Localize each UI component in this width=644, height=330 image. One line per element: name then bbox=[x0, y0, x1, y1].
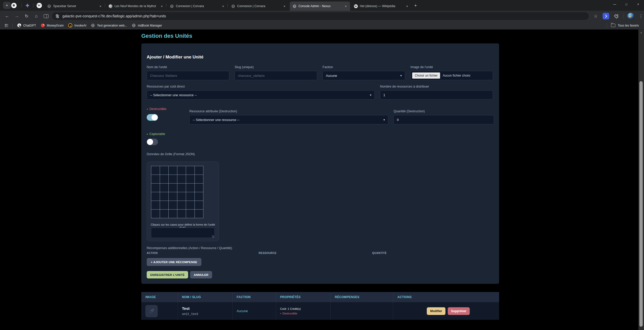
minimize-button[interactable]: — bbox=[609, 0, 620, 9]
site-settings-icon[interactable] bbox=[56, 14, 60, 18]
maximize-button[interactable]: □ bbox=[620, 0, 632, 9]
grid-cell[interactable] bbox=[195, 192, 203, 201]
scrollbar-thumb[interactable] bbox=[639, 81, 643, 327]
pinned-tab-chatgpt[interactable] bbox=[11, 3, 17, 8]
grid-cell[interactable] bbox=[160, 201, 168, 209]
grid-cell[interactable] bbox=[186, 210, 194, 218]
apps-grid-icon[interactable] bbox=[5, 24, 8, 27]
close-icon[interactable]: × bbox=[159, 4, 164, 8]
grid-cell[interactable] bbox=[151, 175, 160, 183]
grid-cell[interactable] bbox=[186, 192, 194, 201]
bookmark-moneygram[interactable]: MoneyGram bbox=[41, 23, 64, 28]
capturable-toggle[interactable] bbox=[147, 139, 158, 145]
close-icon[interactable]: × bbox=[343, 4, 348, 8]
extension-icon[interactable] bbox=[603, 13, 609, 19]
choose-file-button[interactable]: Choisir un fichier bbox=[412, 72, 440, 79]
grid-cell[interactable] bbox=[160, 210, 168, 218]
grid-cell[interactable] bbox=[151, 192, 160, 201]
forward-icon[interactable]: → bbox=[13, 12, 21, 20]
all-bookmarks-button[interactable]: Tous les favoris bbox=[607, 23, 639, 28]
bookmark-text-generation[interactable]: Text generation web... bbox=[91, 23, 127, 28]
grid-cell[interactable] bbox=[186, 175, 194, 183]
destructible-toggle[interactable] bbox=[147, 114, 158, 121]
url-text[interactable]: galactic-pve-conquest-c7fe.dev.flatlogic… bbox=[62, 14, 166, 18]
grid-cell[interactable] bbox=[169, 166, 177, 175]
close-icon[interactable]: × bbox=[282, 4, 287, 8]
tab-connexion-corvara-2[interactable]: Connexion | Corvara × bbox=[228, 2, 289, 11]
scroll-up-icon[interactable]: ▲ bbox=[638, 30, 644, 34]
tab-search-button[interactable]: ▾ bbox=[3, 2, 11, 9]
tab-les-neuf-mondes[interactable]: Les Neuf Mondes de la Mythol × bbox=[106, 2, 166, 11]
tab-hel-wikipedia[interactable]: W Hel (déesse) — Wikipédia × bbox=[351, 2, 411, 11]
chatgpt-icon bbox=[11, 3, 17, 8]
tab-connexion-corvara-1[interactable]: Connexion | Corvara × bbox=[167, 2, 227, 11]
grid-cell[interactable] bbox=[151, 184, 160, 192]
side-panel-icon[interactable] bbox=[42, 12, 50, 20]
cancel-button[interactable]: ANNULER bbox=[190, 271, 212, 278]
bookmarks-bar: ChatGPT MoneyGram InvokeAI Text generati… bbox=[0, 21, 644, 30]
grid-cell[interactable] bbox=[160, 192, 168, 201]
bookmark-chatgpt[interactable]: ChatGPT bbox=[17, 23, 36, 28]
grid-cell[interactable] bbox=[177, 175, 186, 183]
unit-name-input[interactable] bbox=[147, 71, 229, 80]
grid-cell[interactable] bbox=[169, 175, 177, 183]
grid-cell[interactable] bbox=[195, 201, 203, 209]
slug-input[interactable] bbox=[235, 71, 317, 80]
destruction-resource-select[interactable]: -- Sélectionner une ressource -- ▾ bbox=[189, 115, 388, 124]
edit-button[interactable]: Modifier bbox=[427, 307, 445, 315]
grid-cell[interactable] bbox=[169, 192, 177, 201]
scrollbar[interactable]: ▲ bbox=[638, 30, 644, 330]
bookmark-invokeai[interactable]: InvokeAI bbox=[68, 23, 86, 28]
grid-cell[interactable] bbox=[169, 210, 177, 218]
bookmark-star-icon[interactable]: ☆ bbox=[592, 12, 600, 20]
grid-cell[interactable] bbox=[186, 184, 194, 192]
delete-button[interactable]: Supprimer bbox=[448, 307, 470, 315]
grid-cell[interactable] bbox=[186, 201, 194, 209]
grid-cell[interactable] bbox=[160, 184, 168, 192]
grid-cell[interactable] bbox=[160, 175, 168, 183]
new-tab-button[interactable]: + bbox=[412, 2, 419, 9]
grid-cell[interactable] bbox=[151, 201, 160, 209]
close-icon[interactable]: × bbox=[98, 4, 103, 8]
unit-image-file-input[interactable]: Choisir un fichier Aucun fichier choisi bbox=[410, 71, 493, 80]
grid-cell[interactable] bbox=[195, 184, 203, 192]
grid-cell[interactable] bbox=[177, 166, 186, 175]
grid-cell[interactable] bbox=[169, 201, 177, 209]
grid-cell[interactable] bbox=[151, 166, 160, 175]
distribute-count-input[interactable] bbox=[380, 90, 493, 100]
back-icon[interactable]: ← bbox=[3, 12, 11, 20]
grid-json-textarea[interactable] bbox=[151, 228, 215, 238]
close-icon[interactable]: × bbox=[221, 4, 225, 8]
grid-cell[interactable] bbox=[186, 166, 194, 175]
grid-cell[interactable] bbox=[177, 192, 186, 201]
url-bar[interactable]: galactic-pve-conquest-c7fe.dev.flatlogic… bbox=[52, 12, 589, 20]
grid-cell[interactable] bbox=[151, 210, 160, 218]
resize-handle-icon[interactable] bbox=[212, 235, 214, 238]
grid-cell[interactable] bbox=[160, 166, 168, 175]
window-close-button[interactable]: × bbox=[632, 0, 644, 9]
bookmark-mdbook-manager[interactable]: mdBook Manager bbox=[132, 23, 162, 28]
grid-cell[interactable] bbox=[177, 184, 186, 192]
grid-cell[interactable] bbox=[177, 210, 186, 218]
tab-console-admin-nexus[interactable]: Console Admin - Nexus × bbox=[290, 2, 350, 11]
tab-spacebar-server[interactable]: Spacebar Server × bbox=[44, 2, 105, 11]
grid-cell[interactable] bbox=[195, 210, 203, 218]
slug-label: Slug (unique) bbox=[235, 65, 317, 69]
close-icon[interactable]: × bbox=[405, 4, 409, 8]
reload-icon[interactable]: ↻ bbox=[22, 12, 31, 20]
cost-resource-select[interactable]: -- Sélectionner une ressource -- ▾ bbox=[147, 90, 375, 100]
grid-cell[interactable] bbox=[195, 166, 203, 175]
pinned-tab-wordpress[interactable]: W bbox=[36, 3, 42, 8]
profile-avatar[interactable] bbox=[627, 13, 634, 19]
home-icon[interactable]: ⌂ bbox=[32, 12, 40, 20]
destruction-qty-input[interactable] bbox=[394, 115, 494, 124]
extensions-puzzle-icon[interactable] bbox=[612, 12, 620, 20]
grid-cell[interactable] bbox=[195, 175, 203, 183]
overflow-menu-icon[interactable]: ⋮ bbox=[637, 12, 644, 20]
pinned-tab-gemini[interactable] bbox=[25, 3, 30, 8]
grid-cell[interactable] bbox=[177, 201, 186, 209]
grid-cell[interactable] bbox=[169, 184, 177, 192]
faction-select[interactable]: Aucune ▾ bbox=[323, 71, 405, 80]
save-unit-button[interactable]: ENREGISTRER L'UNITÉ bbox=[147, 271, 188, 278]
add-reward-button[interactable]: + AJOUTER UNE RÉCOMPENSE bbox=[147, 258, 201, 266]
